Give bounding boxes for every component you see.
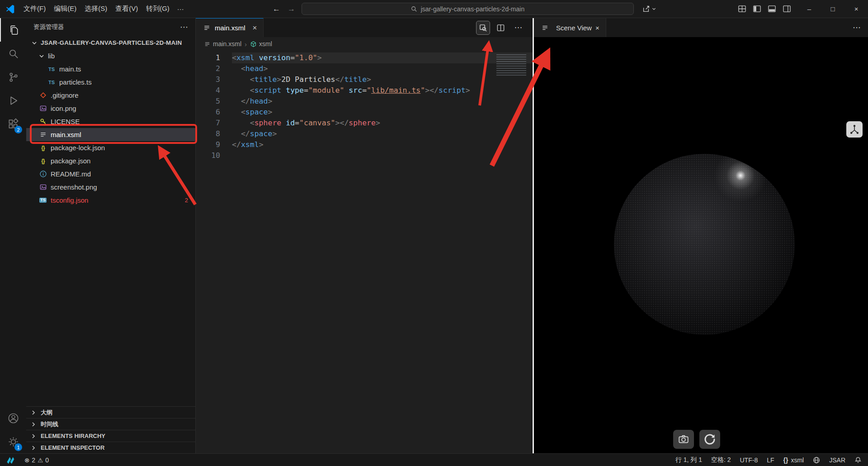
toggle-primary-sidebar-button[interactable] [753, 5, 761, 13]
run-debug-activity-button[interactable] [0, 89, 26, 112]
tree-item--gitignore[interactable]: .gitignore [26, 89, 195, 102]
line-number: 1 [196, 52, 220, 63]
tree-item-screenshot-png[interactable]: screenshot.png [26, 181, 195, 194]
code-line-8[interactable]: </space> [232, 128, 533, 139]
tree-item-license[interactable]: LICENSE [26, 115, 195, 128]
code-line-7[interactable]: <sphere id="canvas"></sphere> [232, 118, 533, 128]
scene-tab-close-button[interactable]: × [595, 24, 599, 32]
menu-item-3[interactable]: 查看(V) [111, 2, 142, 15]
breadcrumb-symbol[interactable]: xsml [250, 40, 272, 48]
tree-item-tsconfig-json[interactable]: TStsconfig.json2 [26, 194, 195, 207]
command-center-search[interactable]: jsar-gallery-canvas-particles-2d-main [302, 3, 634, 15]
remote-indicator[interactable] [0, 454, 20, 466]
capture-screenshot-button[interactable] [673, 430, 694, 449]
problems-status[interactable]: ⊗ 2 ⚠ 0 [20, 454, 53, 466]
file-label: lib [48, 52, 55, 60]
extensions-activity-button[interactable]: 2 [0, 112, 26, 136]
file-label: README.md [51, 170, 91, 178]
customize-layout-button[interactable] [738, 5, 746, 13]
axes-icon [849, 124, 860, 135]
menu-item-2[interactable]: 选择(S) [80, 2, 111, 15]
line-number: 9 [196, 139, 220, 150]
code-line-9[interactable]: </xsml> [232, 139, 533, 150]
tree-item-package-lock-json[interactable]: {}package-lock.json [26, 141, 195, 154]
maximize-button[interactable]: □ [821, 0, 844, 18]
tree-item-main-xsml[interactable]: main.xsml [26, 128, 195, 141]
settings-badge: 1 [14, 443, 22, 451]
open-scene-view-button[interactable] [476, 21, 490, 35]
menu-item-1[interactable]: 编辑(E) [50, 2, 80, 15]
problems-count-badge: 2 [185, 197, 188, 204]
status-item-jsar-brand[interactable]: JSAR [829, 456, 845, 464]
file-label: main.ts [59, 65, 81, 73]
search-activity-button[interactable] [0, 42, 26, 65]
code-line-2[interactable]: <head> [232, 63, 533, 74]
minimap[interactable] [496, 54, 526, 77]
status-item-language-mode[interactable]: {}xsml [783, 456, 804, 464]
code-line-5[interactable]: </head> [232, 96, 533, 107]
reset-rotate-button[interactable] [699, 430, 720, 449]
particle-sphere [614, 154, 795, 335]
tree-item-lib[interactable]: lib [26, 49, 195, 62]
sidebar-section-0[interactable]: 大纲 [26, 406, 195, 418]
scene-more-actions-button[interactable]: ⋯ [853, 23, 868, 33]
preview-box-icon [479, 24, 487, 32]
close-button[interactable]: × [844, 0, 868, 18]
line-number: 2 [196, 63, 220, 74]
status-item-cursor-position[interactable]: 行 1, 列 1 [675, 456, 702, 464]
image-file-icon [38, 183, 47, 191]
image-file-icon [38, 105, 47, 112]
status-item-browser-preview[interactable] [813, 456, 820, 464]
status-item-notifications[interactable] [854, 456, 862, 464]
split-editor-button[interactable] [494, 21, 508, 35]
code-line-1[interactable]: <xsml version="1.0"> [232, 52, 533, 63]
tab-scene-view[interactable]: Scene View × [534, 18, 606, 37]
breadcrumb-file[interactable]: main.xsml [204, 40, 241, 48]
sidebar-section-2[interactable]: ELEMENTS HIRARCHY [26, 430, 195, 442]
readme-file-icon [38, 170, 47, 178]
settings-button[interactable]: 1 [0, 430, 26, 453]
sidebar-section-3[interactable]: ELEMENT INSPECTOR [26, 442, 195, 453]
toggle-secondary-sidebar-button[interactable] [783, 5, 791, 13]
status-item-indentation[interactable]: 空格: 2 [711, 456, 731, 464]
code-line-3[interactable]: <title>2D Particles</title> [232, 74, 533, 85]
tab-main-xsml[interactable]: main.xsml × [196, 18, 264, 37]
menu-item-4[interactable]: 转到(G) [142, 2, 174, 15]
sidebar-section-1[interactable]: 时间线 [26, 418, 195, 430]
menu-overflow-button[interactable]: ··· [174, 3, 188, 15]
explorer-root-folder[interactable]: JSAR-GALLERY-CANVAS-PARTICLES-2D-MAIN [26, 36, 195, 49]
activity-bar: 2 1 [0, 18, 26, 453]
code-line-4[interactable]: <script type="module" src="lib/main.ts">… [232, 85, 533, 96]
tree-item-package-json[interactable]: {}package.json [26, 154, 195, 167]
forward-button[interactable]: → [284, 5, 299, 14]
menu-item-0[interactable]: 文件(F) [19, 2, 50, 15]
code-line-6[interactable]: <space> [232, 107, 533, 118]
account-icon [7, 412, 19, 424]
tree-item-main-ts[interactable]: TSmain.ts [26, 62, 195, 76]
tree-item-icon-png[interactable]: icon.png [26, 102, 195, 115]
code-line-10[interactable] [232, 150, 533, 161]
breadcrumb-separator: › [245, 40, 247, 48]
explorer-activity-button[interactable] [0, 18, 26, 42]
back-button[interactable]: ← [269, 5, 284, 14]
minimize-button[interactable]: – [797, 0, 821, 18]
status-item-eol[interactable]: LF [767, 456, 774, 464]
toggle-panel-button[interactable] [768, 5, 776, 13]
tree-item-particles-ts[interactable]: TSparticles.ts [26, 76, 195, 89]
layout-share-dropdown-button[interactable] [642, 5, 656, 13]
source-control-activity-button[interactable] [0, 65, 26, 89]
line-number: 10 [196, 150, 220, 161]
scene-3d-viewport[interactable] [534, 37, 868, 453]
explorer-more-actions-button[interactable]: ⋯ [180, 22, 188, 32]
code-editor[interactable]: 12345678910 <xsml version="1.0"> <head> … [196, 51, 533, 453]
status-label: UTF-8 [740, 456, 758, 464]
chevron-down-icon [37, 52, 46, 60]
tree-item-readme-md[interactable]: README.md [26, 167, 195, 181]
tab-close-button[interactable]: × [253, 24, 257, 33]
status-item-encoding[interactable]: UTF-8 [740, 456, 758, 464]
account-button[interactable] [0, 406, 26, 430]
file-label: package.json [51, 157, 90, 165]
sidebar-header: 资源管理器 ⋯ [26, 18, 195, 36]
axes-gizmo-button[interactable] [846, 121, 863, 138]
editor-more-actions-button[interactable]: ⋯ [511, 21, 525, 35]
